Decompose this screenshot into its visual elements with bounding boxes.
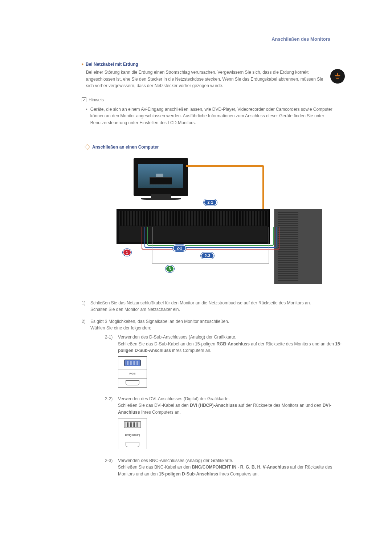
item-line: Schließen Sie das D-Sub-Kabel an den 15-… — [118, 341, 345, 354]
checkbox-icon: ✓ — [82, 97, 86, 102]
dvi-port-icon — [124, 421, 141, 428]
note-body: Geräte, die sich an einem AV-Eingang ans… — [90, 106, 345, 126]
page-title: Anschließen des Monitors — [82, 36, 345, 42]
item-line: Schließen Sie das Netzanschlußkabel für … — [90, 300, 345, 307]
list-item: 2) Es gibt 3 Möglichkeiten, das Signalka… — [82, 318, 345, 483]
port-label: DVI(HDCP) — [118, 431, 147, 440]
note-label: Hinweis — [89, 97, 104, 102]
connector-icon — [126, 442, 139, 447]
item-number: 2-3) — [105, 457, 118, 478]
port-label: RGB — [118, 369, 147, 378]
section1-heading: Bei Netzkabel mit Erdung — [82, 62, 345, 67]
badge-3: 3 — [166, 265, 174, 272]
section1-body: Bei einer Störung kann die Erdung einen … — [86, 69, 330, 89]
diamond-icon — [85, 144, 90, 150]
item-number: 2) — [82, 318, 90, 483]
section2-heading-text: Anschließen an einen Computer — [92, 145, 159, 150]
note-body-row: • Geräte, die sich an einem AV-Eingang a… — [86, 106, 345, 126]
item-number: 2-2) — [105, 396, 118, 452]
item-line: Wählen Sie eine der folgenden: — [90, 325, 345, 332]
badge-2-1: 2-1 — [204, 199, 217, 206]
list-item: 2-1) Verwenden des D-Sub-Anschlusses (An… — [105, 334, 345, 390]
monitor-label-icon — [150, 177, 172, 185]
item-line: Verwenden des BNC-Anschlusses (Analog) d… — [118, 457, 345, 464]
section2-heading: Anschließen an einen Computer — [85, 145, 345, 150]
rgb-port-figure: RGB — [118, 356, 147, 388]
connection-diagram: 2-1 2-2 2-3 1 3 — [105, 156, 322, 289]
item-number: 1) — [82, 300, 90, 313]
triangle-icon — [82, 63, 83, 66]
instruction-list: 1) Schließen Sie das Netzanschlußkabel f… — [82, 300, 345, 483]
dvi-port-figure: DVI(HDCP) — [118, 418, 147, 449]
section1-heading-text: Bei Netzkabel mit Erdung — [86, 62, 138, 67]
list-item: 2-3) Verwenden des BNC-Anschlusses (Anal… — [105, 457, 345, 478]
item-line: Verwenden des D-Sub-Anschlusses (Analog)… — [118, 334, 345, 341]
note-label-row: ✓ Hinweis — [82, 97, 345, 102]
list-item: 2-2) Verwenden des DVI-Anschlusses (Digi… — [105, 396, 345, 452]
computer-tower-icon — [274, 209, 322, 284]
bullet-icon: • — [86, 106, 87, 126]
monitor-foot-icon — [141, 198, 181, 200]
item-number: 2-1) — [105, 334, 118, 390]
connector-icon — [126, 380, 139, 385]
earth-ground-icon — [330, 69, 345, 84]
item-line: Schließen Sie das BNC-Kabel an den BNC/C… — [118, 464, 345, 477]
badge-2-3: 2-3 — [201, 252, 215, 259]
badge-2-2: 2-2 — [173, 245, 187, 251]
list-item: 1) Schließen Sie das Netzanschlußkabel f… — [82, 300, 345, 313]
vga-port-icon — [124, 360, 141, 366]
item-line: Verwenden des DVI-Anschlusses (Digital) … — [118, 396, 345, 402]
item-line: Schalten Sie den Monitor am Netzschalter… — [90, 306, 345, 313]
item-line: Schließen Sie das DVI-Kabel an den DVI (… — [118, 402, 345, 416]
item-line: Es gibt 3 Möglichkeiten, das Signalkabel… — [90, 318, 345, 325]
badge-1: 1 — [123, 249, 131, 256]
